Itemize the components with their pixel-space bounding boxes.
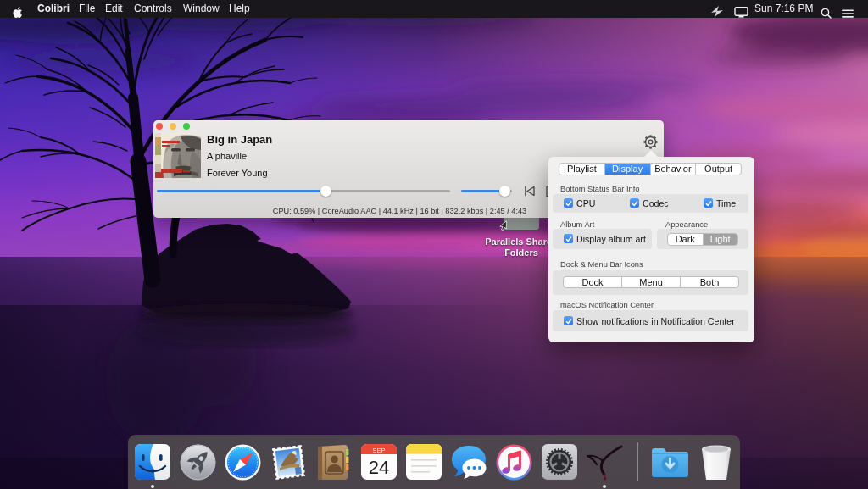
- svg-text:SEP: SEP: [372, 447, 385, 454]
- svg-text:24: 24: [369, 457, 389, 478]
